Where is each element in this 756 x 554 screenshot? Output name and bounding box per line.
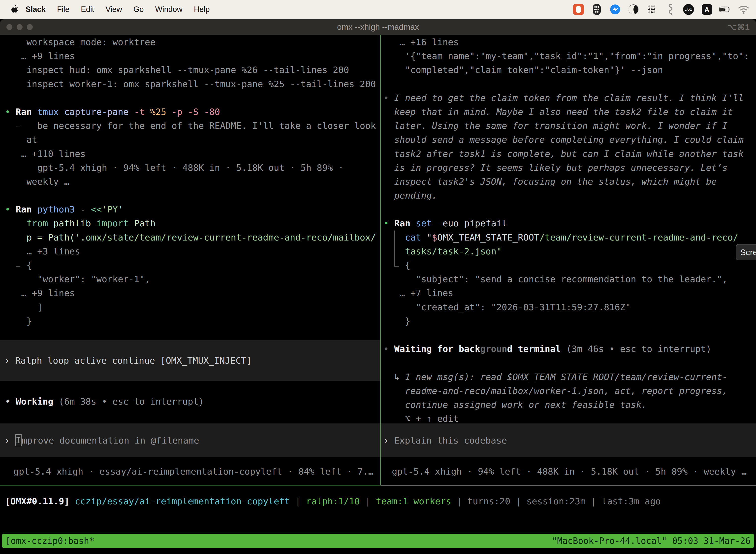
terminal-line: weekly … bbox=[0, 175, 380, 189]
omx-session-status-bar: [OMX#0.11.9] cczip/essay/ai-reimplementa… bbox=[5, 494, 756, 508]
window-title: omx --xhigh --madmax bbox=[337, 22, 419, 32]
terminal-line: … +110 lines bbox=[0, 147, 380, 161]
menu-item-help[interactable]: Help bbox=[188, 5, 215, 14]
terminal-line: … +16 lines bbox=[381, 35, 756, 49]
terminal-line: … +7 lines bbox=[381, 286, 756, 300]
terminal-line: '{"team_name":"my-team","task_id":"1","f… bbox=[381, 49, 756, 63]
terminal-line: inspect_worker-1: omx sparkshell --tmux-… bbox=[0, 77, 380, 91]
terminal-line: inspect_hud: omx sparkshell --tmux-pane … bbox=[0, 63, 380, 77]
ralph-loop-banner: › Ralph loop active continue [OMX_TMUX_I… bbox=[0, 340, 380, 381]
input-placeholder-right: Explain this codebase bbox=[394, 435, 507, 446]
menu-bar-status-icons: ..61 A bbox=[572, 3, 750, 15]
dots-grid-icon[interactable] bbox=[646, 3, 658, 15]
terminal-line: { bbox=[381, 258, 756, 272]
working-status-line: • Working (6m 38s • esc to interrupt) bbox=[0, 395, 204, 408]
prompt-chevron-icon: › bbox=[4, 435, 10, 446]
pane-bottom-border-left bbox=[0, 485, 381, 486]
badge-61-icon[interactable]: ..61 bbox=[683, 3, 694, 15]
screen-tooltip-button[interactable]: Scre bbox=[736, 244, 756, 260]
text-cursor: I bbox=[15, 434, 21, 446]
terminal-line bbox=[0, 91, 380, 105]
terminal-line: "completed","claim_token":"claim-token"}… bbox=[381, 63, 756, 77]
terminal-line: from pathlib import Path bbox=[0, 216, 380, 230]
terminal-line: at bbox=[0, 133, 380, 147]
tmux-status-bar: [omx-cczip0:bash* "MacBook-Pro-44.local"… bbox=[2, 534, 754, 548]
pane-bottom-border-right bbox=[381, 485, 756, 486]
prompt-chevron-icon: › bbox=[383, 435, 389, 446]
squiggle-icon[interactable] bbox=[664, 3, 676, 15]
terminal-line: "subject": "send a concise recommendatio… bbox=[381, 272, 756, 286]
screenshot-chat-icon[interactable] bbox=[572, 3, 584, 15]
model-status-right: gpt-5.4 xhigh · 94% left · 488K in · 5.1… bbox=[381, 465, 756, 479]
terminal-line: readme-and-reco/mailbox/worker-1.json, a… bbox=[381, 384, 756, 398]
tmux-session-label: [omx-cczip0:bash* bbox=[5, 536, 94, 546]
terminal-line: "created_at": "2026-03-31T11:59:27.816Z" bbox=[381, 300, 756, 314]
terminal-line bbox=[381, 203, 756, 216]
terminal-line: … +9 lines bbox=[0, 286, 380, 300]
minimize-button[interactable] bbox=[17, 24, 22, 30]
menu-item-go[interactable]: Go bbox=[128, 5, 149, 14]
terminal-line: cat "$OMX_TEAM_STATE_ROOT/team/review-cu… bbox=[381, 231, 756, 244]
terminal-line: } bbox=[0, 314, 380, 328]
terminal-line: gpt-5.4 xhigh · 94% left · 488K in · 5.1… bbox=[0, 161, 380, 175]
terminal-line: • Ran set -euo pipefail bbox=[381, 216, 756, 230]
terminal-line: ↳ 1 new msg(s): read $OMX_TEAM_STATE_ROO… bbox=[381, 370, 756, 384]
messenger-bolt-icon[interactable] bbox=[609, 3, 621, 15]
terminal-window: omx --xhigh --madmax ⌥⌘1 workspace_mode:… bbox=[0, 19, 756, 554]
menu-item-edit[interactable]: Edit bbox=[75, 5, 100, 14]
terminal-line: • Ran tmux capture-pane -t %25 -p -S -80 bbox=[0, 105, 380, 119]
menu-item-slack[interactable]: Slack bbox=[20, 5, 51, 14]
terminal-line: later. Using the same for transition mig… bbox=[381, 119, 756, 133]
keypad-shield-icon[interactable] bbox=[591, 3, 603, 15]
prompt-input-right[interactable]: ›Explain this codebase bbox=[381, 424, 756, 457]
close-button[interactable] bbox=[6, 24, 12, 30]
terminal-line: … +3 lines bbox=[0, 244, 380, 258]
terminal-line bbox=[381, 328, 756, 342]
terminal-line bbox=[381, 77, 756, 91]
left-pane[interactable]: workspace_mode: worktree … +9 lines insp… bbox=[0, 35, 380, 486]
input-placeholder-left: mprove documentation in @filename bbox=[22, 435, 199, 446]
left-pane-output: workspace_mode: worktree … +9 lines insp… bbox=[0, 35, 380, 328]
terminal-line: ] bbox=[0, 300, 380, 314]
terminal-line: { bbox=[0, 258, 380, 272]
window-shortcut-badge: ⌥⌘1 bbox=[728, 22, 750, 32]
terminal-line: … +9 lines bbox=[0, 49, 380, 63]
battery-charging-icon[interactable] bbox=[719, 3, 731, 15]
terminal-line bbox=[0, 189, 380, 203]
terminal-line: "worker": "worker-1", bbox=[0, 272, 380, 286]
terminal-line: continue assigned work or next feasible … bbox=[381, 398, 756, 412]
terminal-line: is in progress? It seems likely but perh… bbox=[381, 161, 756, 175]
menu-item-window[interactable]: Window bbox=[149, 5, 188, 14]
terminal-line: should send a message before completing … bbox=[381, 133, 756, 147]
prompt-input-left[interactable]: ›Improve documentation in @filename bbox=[0, 424, 380, 457]
wifi-icon[interactable] bbox=[738, 3, 750, 15]
terminal-line: • Waiting for background terminal (3m 46… bbox=[381, 342, 756, 356]
right-pane-output: … +16 lines '{"team_name":"my-team","tas… bbox=[381, 35, 756, 426]
terminal-line: } bbox=[381, 314, 756, 328]
terminal-line: task2 after task1 is complete, but can I… bbox=[381, 147, 756, 161]
crescent-circle-icon[interactable] bbox=[628, 3, 639, 15]
terminal-line: p = Path('.omx/state/team/review-current… bbox=[0, 231, 380, 244]
terminal-line: workspace_mode: worktree bbox=[0, 35, 380, 49]
terminal-line: pending. bbox=[381, 189, 756, 203]
terminal-line: • Ran python3 - <<'PY' bbox=[0, 203, 380, 216]
menu-item-file[interactable]: File bbox=[51, 5, 75, 14]
menu-item-view[interactable]: View bbox=[100, 5, 128, 14]
tmux-host-clock-label: "MacBook-Pro-44.local" 05:03 31-Mar-26 bbox=[552, 536, 751, 546]
terminal-line: • I need to get the claim token from the… bbox=[381, 91, 756, 105]
right-pane[interactable]: … +16 lines '{"team_name":"my-team","tas… bbox=[381, 35, 756, 486]
title-bar[interactable]: omx --xhigh --madmax ⌥⌘1 bbox=[0, 19, 756, 35]
input-source-a-icon[interactable]: A bbox=[701, 3, 713, 15]
terminal-line: tasks/task-2.json" bbox=[381, 244, 756, 258]
terminal-line bbox=[381, 356, 756, 370]
terminal-line: keep that in mind. Maybe I also need the… bbox=[381, 105, 756, 119]
apple-menu-icon[interactable] bbox=[11, 4, 20, 14]
terminal-line: be necessary for the end of the README. … bbox=[0, 119, 380, 133]
menu-bar: Slack File Edit View Go Window Help ..61 bbox=[0, 0, 756, 19]
screen: Slack File Edit View Go Window Help ..61 bbox=[0, 0, 756, 554]
zoom-button[interactable] bbox=[27, 24, 33, 30]
terminal-line: inspect task2's JSON, focusing on the st… bbox=[381, 175, 756, 189]
traffic-lights bbox=[6, 19, 33, 35]
model-status-left: gpt-5.4 xhigh · essay/ai-reimplementatio… bbox=[0, 465, 380, 479]
terminal-body: workspace_mode: worktree … +9 lines insp… bbox=[0, 35, 756, 554]
